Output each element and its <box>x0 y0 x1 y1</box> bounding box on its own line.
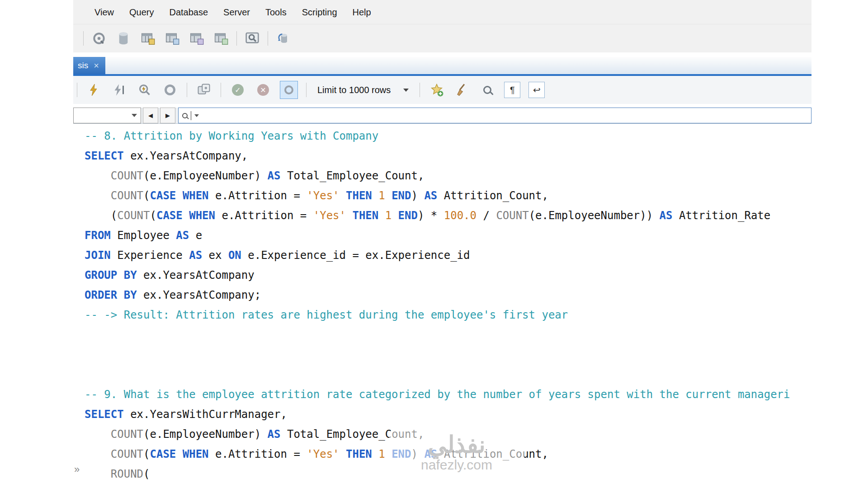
mysql-workbench-window: ViewQueryDatabaseServerToolsScriptingHel… <box>73 0 811 488</box>
sql-code-editor[interactable]: -- 8. Attrition by Working Years with Co… <box>73 124 811 488</box>
code-line: COUNT(CASE WHEN e.Attrition = 'Yes' THEN… <box>85 444 811 464</box>
find-icon[interactable] <box>479 81 496 99</box>
code-line <box>85 325 811 345</box>
toolbar-separator <box>268 31 268 46</box>
menu-item-database[interactable]: Database <box>161 0 216 24</box>
menu-item-query[interactable]: Query <box>122 0 161 24</box>
schema-inspector-icon[interactable] <box>243 29 261 47</box>
create-function-icon[interactable] <box>212 29 230 47</box>
forward-arrow-icon: ▶ <box>165 112 170 119</box>
main-toolbar <box>73 24 811 52</box>
editor-tab-bar: sis × <box>73 57 811 74</box>
beautify-query-icon[interactable] <box>453 81 471 99</box>
code-line: SELECT ex.YearsWithCurrManager, <box>85 404 811 424</box>
stop-query-icon[interactable] <box>161 81 179 99</box>
jump-combobox[interactable] <box>73 108 141 123</box>
code-line: (COUNT(CASE WHEN e.Attrition = 'Yes' THE… <box>85 484 811 488</box>
menu-bar-items: ViewQueryDatabaseServerToolsScriptingHel… <box>87 0 379 24</box>
tab-analysis[interactable]: sis × <box>73 57 105 74</box>
sql-editor-toolbar: ✓ ✕ Limit to 1000 rows ¶ ↩ <box>73 76 811 104</box>
menu-item-help[interactable]: Help <box>345 0 379 24</box>
code-line: ORDER BY ex.YearsAtCompany; <box>85 285 811 305</box>
chevron-down-icon <box>403 89 409 92</box>
code-line: (COUNT(CASE WHEN e.Attrition = 'Yes' THE… <box>85 206 811 225</box>
reconnect-database-icon[interactable] <box>274 29 292 47</box>
code-line: SELECT ex.YearsAtCompany, <box>85 146 811 166</box>
toggle-stop-on-error-icon[interactable] <box>195 81 212 99</box>
pilcrow-glyph: ¶ <box>510 85 515 95</box>
chevron-down-icon <box>132 114 137 117</box>
open-database-icon[interactable] <box>114 29 132 47</box>
code-line: -- 8. Attrition by Working Years with Co… <box>85 126 811 146</box>
wrap-glyph: ↩ <box>533 84 541 95</box>
back-button[interactable]: ◀ <box>143 108 158 123</box>
row-limit-dropdown[interactable]: Limit to 1000 rows <box>315 85 411 95</box>
search-input[interactable] <box>178 108 811 123</box>
code-line: COUNT(e.EmployeeNumber) AS Total_Employe… <box>85 166 811 186</box>
create-table-icon[interactable] <box>139 29 157 47</box>
text-cursor <box>191 111 191 120</box>
code-line <box>85 365 811 385</box>
rollback-icon[interactable]: ✕ <box>255 81 272 99</box>
new-snippet-icon[interactable] <box>428 81 445 99</box>
toolbar-separator <box>83 31 84 46</box>
toggle-wrap-icon[interactable]: ↩ <box>528 82 545 98</box>
execute-query-icon[interactable] <box>85 81 103 99</box>
row-limit-value: Limit to 1000 rows <box>317 85 391 95</box>
show-invisibles-icon[interactable]: ¶ <box>504 82 520 98</box>
create-procedure-icon[interactable] <box>188 29 206 47</box>
tab-label: sis <box>78 61 88 70</box>
toolbar-separator <box>77 83 77 97</box>
toggle-autocommit-icon[interactable] <box>280 81 298 99</box>
search-icon <box>182 113 188 118</box>
code-line: -- -> Result: Attrition rates are highes… <box>85 305 811 325</box>
commit-icon[interactable]: ✓ <box>229 81 246 99</box>
forward-button[interactable]: ▶ <box>160 108 175 123</box>
commit-check-glyph: ✓ <box>232 84 244 96</box>
toolbar-separator <box>221 83 221 97</box>
explain-plan-icon[interactable] <box>136 81 153 99</box>
chevron-down-icon <box>194 114 199 117</box>
code-line: ROUND( <box>85 464 811 484</box>
code-line: COUNT(e.EmployeeNumber) AS Total_Employe… <box>85 424 811 444</box>
code-line: COUNT(CASE WHEN e.Attrition = 'Yes' THEN… <box>85 186 811 206</box>
toolbar-gap <box>73 52 811 57</box>
editor-nav-row: ◀ ▶ <box>73 108 811 124</box>
menu-item-view[interactable]: View <box>87 0 122 24</box>
code-line <box>85 345 811 365</box>
code-line: GROUP BY ex.YearsAtCompany <box>85 265 811 285</box>
toolbar-separator <box>187 83 187 97</box>
rollback-x-glyph: ✕ <box>257 84 269 96</box>
menu-item-scripting[interactable]: Scripting <box>294 0 345 24</box>
toolbar-separator <box>236 31 237 46</box>
menu-item-server[interactable]: Server <box>216 0 258 24</box>
code-line: JOIN Experience AS ex ON e.Experience_id… <box>85 245 811 265</box>
menu-item-tools[interactable]: Tools <box>258 0 294 24</box>
back-arrow-icon: ◀ <box>148 112 153 119</box>
execute-current-statement-icon[interactable] <box>111 81 128 99</box>
code-lines: -- 8. Attrition by Working Years with Co… <box>85 126 811 488</box>
fold-marker-icon[interactable]: » <box>74 464 80 475</box>
connection-tools-icon[interactable] <box>90 29 108 47</box>
tab-close-icon[interactable]: × <box>94 61 99 70</box>
code-line: FROM Employee AS e <box>85 225 811 245</box>
menu-bar: ViewQueryDatabaseServerToolsScriptingHel… <box>73 0 811 24</box>
toolbar-separator <box>306 83 307 97</box>
create-view-icon[interactable] <box>163 29 181 47</box>
code-line: -- 9. What is the employee attrition rat… <box>85 385 811 404</box>
toolbar-separator <box>420 83 420 97</box>
